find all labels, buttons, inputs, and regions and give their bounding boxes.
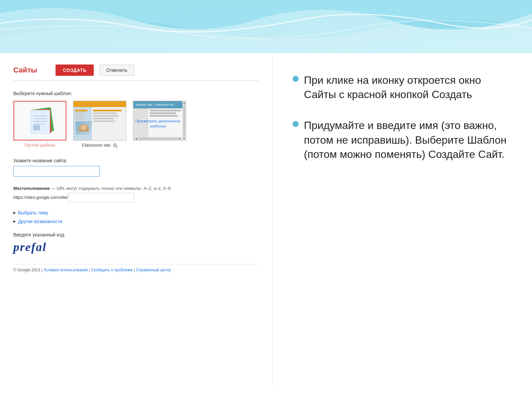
bullet-dot-2 (293, 121, 299, 127)
right-panel: При клике на иконку откроется окно Сайты… (273, 53, 532, 386)
blank-template-thumb[interactable] (13, 101, 66, 141)
bullet-dot-1 (293, 76, 299, 82)
classroom-template-item[interactable]: Classroom site (73, 101, 126, 148)
classroom-template-label: Classroom site (82, 143, 118, 148)
note-text-2: Придумайте и введите имя (это важно, пот… (304, 118, 512, 162)
classroom-thumbnail (73, 101, 126, 140)
note-item-2: Придумайте и введите имя (это важно, пот… (293, 118, 512, 162)
note-item-1: При клике на иконку откроется окно Сайты… (293, 73, 512, 102)
classroom-template-thumb[interactable] (73, 101, 126, 141)
left-panel: Сайты СОЗДАТЬ Отменить Выберите нужный ш… (0, 53, 273, 386)
svg-rect-8 (33, 125, 40, 130)
features-arrow-icon: ▶ (13, 219, 16, 223)
svg-point-9 (114, 144, 116, 146)
site-name-section: Укажите название сайта: (13, 158, 259, 177)
captcha-label: Введите указанный код: (13, 232, 259, 237)
scroll-up-arrow[interactable]: ▲ (183, 101, 186, 105)
footer: © Google 2013 | Условия использования | … (13, 264, 259, 272)
scroll-down-arrow[interactable]: ▼ (183, 136, 186, 140)
site-name-label: Укажите название сайта: (13, 158, 259, 163)
template-section: Выберите нужный шаблон: (13, 91, 259, 148)
theme-arrow-icon: ▶ (13, 211, 16, 214)
search-icon[interactable] (113, 143, 118, 148)
scroll-left-arrow[interactable]: ◄ (135, 137, 138, 140)
cancel-button[interactable]: Отменить (99, 65, 134, 76)
location-section: Местоположение — URL могут содержать тол… (13, 186, 259, 202)
captcha-section: Введите указанный код: prefal (13, 232, 259, 254)
more-templates-link[interactable]: Просмотреть дополнитель шаблоны (133, 119, 183, 129)
features-toggle[interactable]: ▶ Другие возможности (13, 219, 259, 224)
help-link[interactable]: Справочный центр (136, 268, 171, 272)
terms-link[interactable]: Условия использования (44, 268, 88, 272)
more-templates-label: . (159, 143, 160, 148)
theme-toggle[interactable]: ▶ Выбрать тему (13, 210, 259, 215)
blank-template-icon (23, 107, 57, 135)
blank-template-item[interactable]: Пустой шаблон (13, 101, 66, 148)
url-input[interactable] (68, 193, 134, 202)
blank-template-label: Пустой шаблон (25, 143, 56, 148)
collapsible-section: ▶ Выбрать тему ▶ Другие возможности (13, 210, 259, 224)
notes-list: При клике на иконку откроется окно Сайты… (293, 73, 512, 162)
sites-title: Сайты (13, 66, 37, 74)
svg-line-10 (116, 146, 117, 147)
templates-row: Пустой шаблон (13, 101, 259, 148)
svg-rect-3 (31, 110, 50, 134)
header-bar: Сайты СОЗДАТЬ Отменить (13, 60, 259, 81)
location-label: Местоположение — URL могут содержать тол… (13, 186, 259, 191)
decorative-wave-header (0, 0, 532, 53)
create-button[interactable]: СОЗДАТЬ (56, 65, 94, 76)
url-row: https://sites.google.com/site/ (13, 193, 259, 202)
template-section-label: Выберите нужный шаблон: (13, 91, 259, 96)
report-link[interactable]: Сообщить о проблеме (91, 268, 133, 272)
note-text-1: При клике на иконку откроется окно Сайты… (304, 73, 512, 102)
site-name-input[interactable] (13, 166, 100, 177)
scroll-right-arrow[interactable]: ► (178, 137, 181, 140)
more-templates-box[interactable]: Teacher Site - Classroom Sit... (133, 101, 186, 141)
more-templates-item[interactable]: Teacher Site - Classroom Sit... (133, 101, 186, 148)
captcha-image: prefal (13, 240, 259, 254)
url-prefix: https://sites.google.com/site/ (13, 195, 68, 200)
